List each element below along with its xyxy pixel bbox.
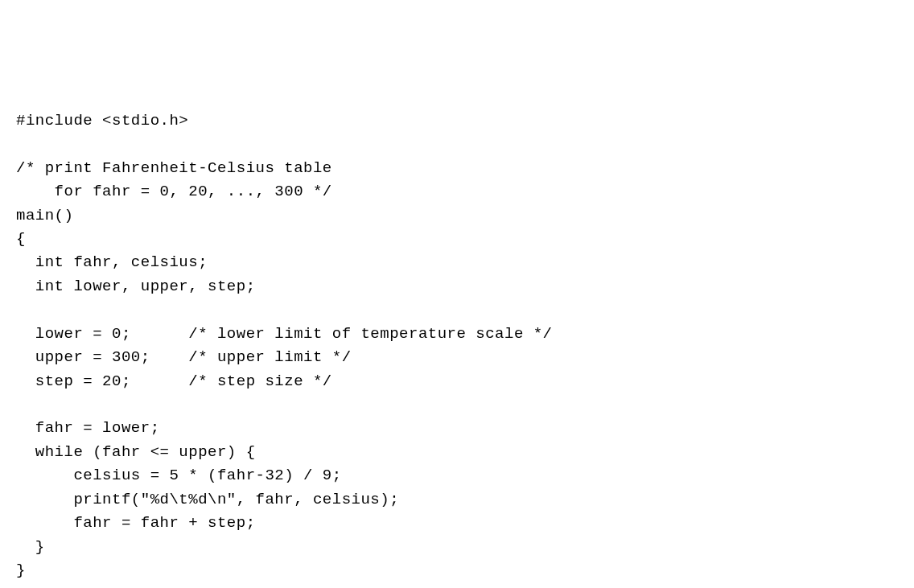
- code-line: step = 20; /* step size */: [16, 372, 332, 390]
- code-line: int lower, upper, step;: [16, 278, 256, 295]
- code-line: }: [16, 538, 45, 556]
- code-line: /* print Fahrenheit-Celsius table: [16, 159, 332, 177]
- code-line: }: [16, 561, 26, 579]
- code-line: int fahr, celsius;: [16, 253, 208, 271]
- code-line: {: [16, 230, 26, 248]
- code-line: lower = 0; /* lower limit of temperature…: [16, 325, 553, 343]
- code-line: fahr = lower;: [16, 419, 160, 437]
- code-line: fahr = fahr + step;: [16, 514, 256, 532]
- code-line: upper = 300; /* upper limit */: [16, 348, 352, 366]
- code-line: main(): [16, 207, 73, 224]
- code-line: #include <stdio.h>: [16, 112, 188, 130]
- code-line: celsius = 5 * (fahr-32) / 9;: [16, 467, 342, 484]
- code-line: while (fahr <= upper) {: [16, 443, 256, 461]
- code-listing: #include <stdio.h> /* print Fahrenheit-C…: [16, 109, 898, 583]
- code-line: printf("%d\t%d\n", fahr, celsius);: [16, 491, 399, 508]
- code-line: for fahr = 0, 20, ..., 300 */: [16, 183, 332, 200]
